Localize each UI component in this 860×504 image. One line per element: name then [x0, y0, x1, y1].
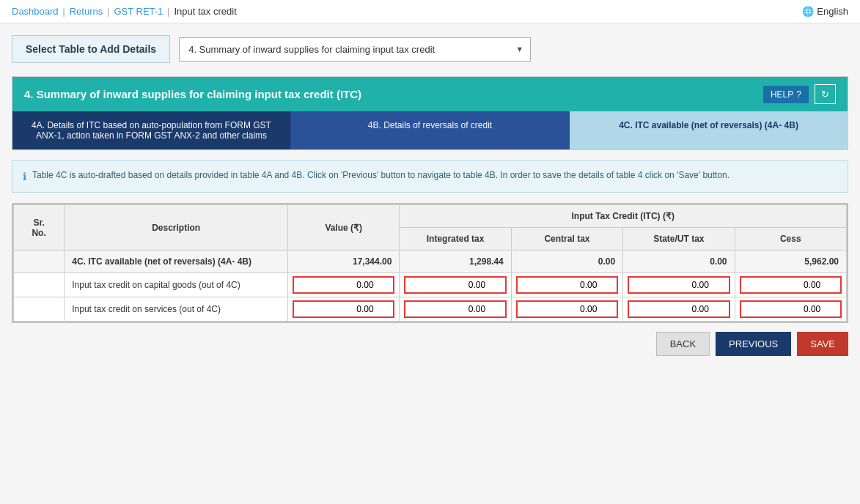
table-cell-integrated[interactable] — [400, 297, 511, 322]
table-cell-central[interactable] — [511, 297, 622, 322]
col-header-itc: Input Tax Credit (ITC) (₹) — [400, 205, 847, 228]
col-header-central: Central tax — [511, 228, 622, 251]
select-table-label: Select Table to Add Details — [12, 35, 170, 63]
section-actions: HELP ? ↻ — [763, 84, 836, 104]
itc-table: Sr.No. Description Value (₹) Input Tax C… — [13, 204, 847, 322]
table-cell-central: 0.00 — [511, 251, 622, 273]
top-nav: Dashboard | Returns | GST RET-1 | Input … — [0, 0, 860, 23]
tab-4b-label: 4B. Details of reversals of credit — [368, 120, 492, 130]
table-cell-integrated: 1,298.44 — [400, 251, 511, 273]
tab-4a[interactable]: 4A. Details of ITC based on auto-populat… — [12, 111, 291, 149]
tab-4c-label: 4C. ITC available (net of reversals) (4A… — [619, 120, 798, 130]
col-header-value: Value (₹) — [288, 205, 400, 251]
back-button[interactable]: BACK — [656, 332, 710, 356]
input-integrated-row2[interactable] — [422, 302, 488, 316]
dropdown-wrapper: 4. Summary of inward supplies for claimi… — [179, 37, 531, 62]
nav-gst-ret[interactable]: GST RET-1 — [114, 6, 163, 17]
input-state-row1[interactable] — [646, 278, 712, 292]
refresh-icon: ↻ — [821, 89, 829, 100]
section-card: 4. Summary of inward supplies for claimi… — [12, 76, 848, 150]
input-cess-row1[interactable] — [757, 278, 823, 292]
tab-4a-label: 4A. Details of ITC based on auto-populat… — [32, 120, 271, 141]
table-select-dropdown[interactable]: 4. Summary of inward supplies for claimi… — [179, 37, 531, 62]
table-cell-state[interactable] — [623, 297, 735, 322]
table-cell-integrated[interactable] — [400, 273, 511, 297]
section-header: 4. Summary of inward supplies for claimi… — [12, 77, 848, 111]
table-cell-state: 0.00 — [623, 251, 735, 273]
table-cell-cess[interactable] — [735, 273, 846, 297]
col-header-integrated: Integrated tax — [400, 228, 511, 251]
table-cell-value[interactable] — [288, 273, 400, 297]
table-cell-desc: Input tax credit on capital goods (out o… — [65, 273, 288, 297]
help-button[interactable]: HELP ? — [763, 86, 809, 103]
tab-4b[interactable]: 4B. Details of reversals of credit — [291, 111, 570, 149]
col-header-desc: Description — [65, 205, 288, 251]
info-icon: ℹ — [23, 169, 26, 185]
tab-row: 4A. Details of ITC based on auto-populat… — [12, 111, 848, 149]
bottom-bar: BACK PREVIOUS SAVE — [12, 323, 848, 359]
table-cell-sr — [14, 273, 65, 297]
table-cell-central[interactable] — [511, 273, 622, 297]
nav-dashboard[interactable]: Dashboard — [12, 6, 59, 17]
table-cell-sr — [14, 251, 65, 273]
help-label: HELP — [771, 89, 793, 100]
breadcrumb: Dashboard | Returns | GST RET-1 | Input … — [12, 6, 237, 17]
language-selector[interactable]: 🌐 English — [802, 6, 848, 17]
col-header-state: State/UT tax — [623, 228, 735, 251]
table-cell-value: 17,344.00 — [288, 251, 400, 273]
refresh-button[interactable]: ↻ — [815, 84, 836, 104]
table-cell-state[interactable] — [623, 273, 735, 297]
table-cell-cess[interactable] — [735, 297, 846, 322]
input-integrated-row1[interactable] — [422, 278, 488, 292]
input-cess-row2[interactable] — [757, 302, 823, 316]
language-label: English — [817, 6, 848, 17]
globe-icon: 🌐 — [802, 6, 814, 17]
col-header-sr: Sr.No. — [14, 205, 65, 251]
input-state-row2[interactable] — [646, 302, 712, 316]
table-cell-desc: 4C. ITC available (net of reversals) (4A… — [65, 251, 288, 273]
input-value-row2[interactable] — [311, 302, 377, 316]
select-table-row: Select Table to Add Details 4. Summary o… — [12, 35, 848, 63]
input-central-row1[interactable] — [534, 278, 600, 292]
section-title: 4. Summary of inward supplies for claimi… — [24, 88, 361, 100]
input-central-row2[interactable] — [534, 302, 600, 316]
table-cell-desc: Input tax credit on services (out of 4C) — [65, 297, 288, 322]
table-cell-value[interactable] — [288, 297, 400, 322]
previous-button[interactable]: PREVIOUS — [716, 332, 791, 356]
table-cell-cess: 5,962.00 — [735, 251, 846, 273]
nav-returns[interactable]: Returns — [70, 6, 103, 17]
table-cell-sr — [14, 297, 65, 322]
col-header-cess: Cess — [735, 228, 846, 251]
table-container: Sr.No. Description Value (₹) Input Tax C… — [12, 203, 848, 323]
tab-4c[interactable]: 4C. ITC available (net of reversals) (4A… — [570, 111, 848, 149]
input-value-row1[interactable] — [311, 278, 377, 292]
nav-current-page: Input tax credit — [174, 6, 236, 17]
info-text: Table 4C is auto-drafted based on detail… — [32, 168, 729, 182]
main-content: Select Table to Add Details 4. Summary o… — [0, 23, 860, 371]
info-box: ℹ Table 4C is auto-drafted based on deta… — [12, 160, 848, 193]
question-icon: ? — [796, 89, 801, 100]
save-button[interactable]: SAVE — [797, 332, 848, 356]
